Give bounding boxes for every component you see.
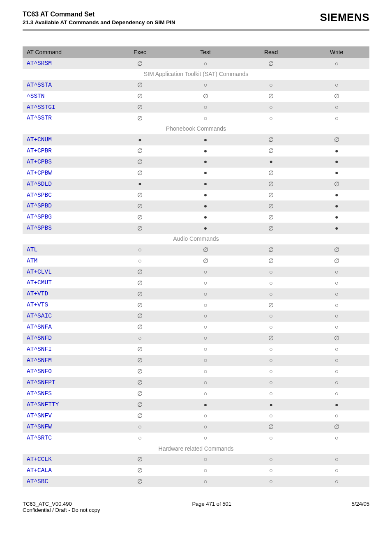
not-applicable-icon: ∅ — [137, 60, 143, 67]
section-heading-row: Phonebook Commands — [23, 124, 369, 134]
supported-filled-icon: ● — [335, 159, 338, 165]
command-cell: AT^SNFW — [23, 421, 107, 433]
command-link[interactable]: AT+CALA — [27, 467, 52, 474]
not-applicable-icon: ∅ — [334, 424, 339, 431]
command-cell: AT+CCLK — [23, 454, 107, 465]
command-link[interactable]: AT^SNFI — [27, 346, 52, 352]
table-row: AT^SRTC○○○○ — [23, 433, 369, 444]
command-link[interactable]: ATM — [27, 258, 37, 264]
command-link[interactable]: AT^SAIC — [27, 313, 52, 319]
table-row: AT^SPBC∅●∅● — [23, 190, 369, 201]
not-applicable-icon: ∅ — [137, 313, 143, 320]
command-link[interactable]: AT^SPBD — [27, 203, 52, 209]
supported-icon: ○ — [335, 346, 339, 353]
command-cell: AT^SPBS — [23, 223, 107, 234]
command-link[interactable]: AT+CPBW — [27, 170, 52, 176]
command-link[interactable]: AT^SSTR — [27, 115, 52, 121]
write-cell: ○ — [304, 388, 369, 399]
test-cell: ○ — [173, 113, 238, 124]
exec-cell: ∅ — [107, 91, 173, 102]
supported-icon: ○ — [269, 379, 273, 386]
supported-icon: ○ — [138, 246, 142, 253]
command-cell: AT^SNFM — [23, 355, 107, 366]
table-row: AT+VTD∅○○○ — [23, 288, 369, 299]
exec-cell: ∅ — [107, 311, 173, 322]
command-cell: AT+CALA — [23, 465, 107, 476]
supported-icon: ○ — [335, 390, 339, 397]
command-link[interactable]: AT^SRSM — [27, 60, 52, 67]
supported-filled-icon: ● — [335, 225, 338, 231]
command-link[interactable]: AT^SSTA — [27, 82, 52, 88]
read-cell: ○ — [238, 267, 304, 278]
command-link[interactable]: ^SSTN — [27, 93, 45, 99]
read-cell: ○ — [238, 366, 304, 377]
not-applicable-icon: ∅ — [268, 302, 274, 309]
command-cell: AT^SBC — [23, 476, 107, 487]
command-link[interactable]: AT+CNUM — [27, 136, 52, 143]
command-cell: AT^SRSM — [23, 58, 107, 69]
command-link[interactable]: AT^SPBG — [27, 214, 52, 220]
command-link[interactable]: AT^SBC — [27, 478, 48, 485]
exec-cell: ∅ — [107, 399, 173, 410]
not-applicable-icon: ∅ — [137, 147, 143, 154]
command-link[interactable]: AT^SNFW — [27, 424, 52, 430]
supported-icon: ○ — [335, 302, 339, 309]
test-cell: ○ — [173, 277, 238, 288]
document-subtitle: 21.3 Available AT Commands and Dependenc… — [23, 19, 320, 26]
write-cell: ○ — [304, 267, 369, 278]
read-cell: ∅ — [238, 333, 304, 344]
command-cell: AT^SNFI — [23, 344, 107, 355]
write-cell: ● — [304, 168, 369, 179]
command-cell: AT+CPBW — [23, 168, 107, 179]
table-row: AT^SSTA∅○○○ — [23, 80, 369, 91]
not-applicable-icon: ∅ — [334, 246, 339, 253]
exec-cell: ∅ — [107, 299, 173, 311]
command-link[interactable]: AT^SPBS — [27, 225, 52, 231]
not-applicable-icon: ∅ — [334, 93, 339, 100]
command-link[interactable]: AT^SNFTTY — [27, 401, 59, 408]
test-cell: ● — [173, 190, 238, 201]
command-link[interactable]: AT+CPBR — [27, 147, 52, 154]
command-link[interactable]: AT^SNFM — [27, 357, 52, 364]
command-link[interactable]: AT+CPBS — [27, 159, 52, 165]
command-link[interactable]: AT+VTS — [27, 302, 48, 308]
supported-icon: ○ — [204, 456, 208, 463]
command-link[interactable]: AT^SNFV — [27, 412, 52, 419]
supported-icon: ○ — [138, 258, 142, 265]
command-link[interactable]: AT^SNFPT — [27, 379, 55, 386]
command-link[interactable]: ATL — [27, 246, 37, 253]
write-cell: ● — [304, 145, 369, 157]
not-applicable-icon: ∅ — [137, 203, 143, 210]
exec-cell: ∅ — [107, 355, 173, 366]
supported-icon: ○ — [138, 335, 142, 342]
command-link[interactable]: AT^SNFO — [27, 368, 52, 375]
supported-icon: ○ — [204, 424, 208, 431]
write-cell: ○ — [304, 322, 369, 333]
not-applicable-icon: ∅ — [268, 203, 274, 210]
exec-cell: ∅ — [107, 465, 173, 476]
supported-icon: ○ — [269, 115, 273, 122]
command-cell: AT+CMUT — [23, 277, 107, 288]
supported-icon: ○ — [269, 435, 273, 442]
command-cell: AT+CLVL — [23, 267, 107, 278]
table-row: AT^SSTGI∅○○○ — [23, 102, 369, 113]
read-cell: ∅ — [238, 190, 304, 201]
command-link[interactable]: AT+CMUT — [27, 279, 52, 286]
command-link[interactable]: AT+CLVL — [27, 269, 52, 275]
command-link[interactable]: AT^SRTC — [27, 435, 52, 441]
supported-icon: ○ — [335, 456, 339, 463]
not-applicable-icon: ∅ — [137, 214, 143, 221]
command-link[interactable]: AT^SDLD — [27, 181, 52, 187]
read-cell: ∅ — [238, 91, 304, 102]
command-link[interactable]: AT^SPBC — [27, 192, 52, 198]
command-link[interactable]: AT^SNFA — [27, 324, 52, 330]
command-link[interactable]: AT+VTD — [27, 290, 48, 297]
command-link[interactable]: AT^SNFD — [27, 335, 52, 341]
read-cell: ∅ — [238, 421, 304, 433]
command-link[interactable]: AT^SNFS — [27, 390, 52, 397]
write-cell: ● — [304, 157, 369, 168]
command-link[interactable]: AT+CCLK — [27, 456, 52, 463]
supported-icon: ○ — [204, 82, 208, 89]
command-link[interactable]: AT^SSTGI — [27, 104, 55, 111]
supported-filled-icon: ● — [204, 192, 207, 198]
